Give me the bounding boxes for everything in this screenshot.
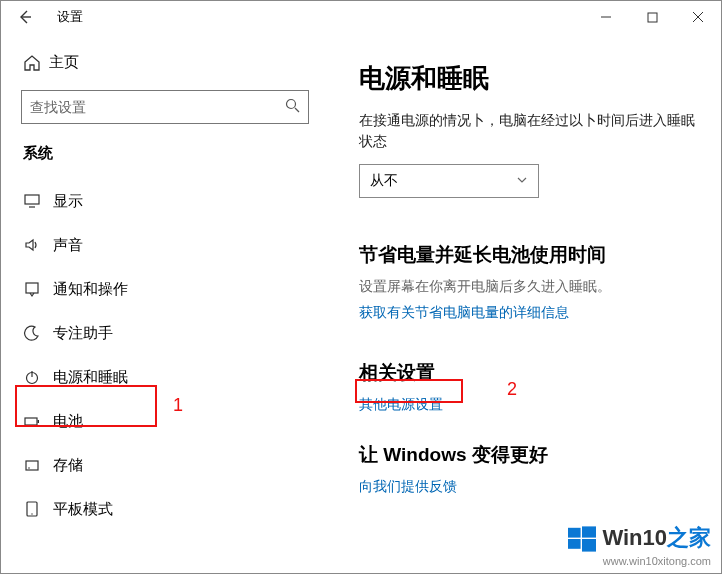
save-power-sub: 设置屏幕在你离开电脑后多久进入睡眠。 <box>359 278 697 296</box>
related-heading: 相关设置 <box>359 360 697 386</box>
sidebar-item-notifications[interactable]: 通知和操作 <box>21 267 331 311</box>
sidebar-item-storage[interactable]: 存储 <box>21 443 331 487</box>
sidebar-item-label: 显示 <box>53 192 83 211</box>
svg-rect-20 <box>582 539 596 552</box>
svg-rect-11 <box>25 418 37 425</box>
minimize-icon <box>600 11 612 23</box>
minimize-button[interactable] <box>583 1 629 33</box>
watermark: Win10之家 www.win10xitong.com <box>568 523 711 567</box>
close-icon <box>692 11 704 23</box>
sidebar-item-label: 声音 <box>53 236 83 255</box>
back-button[interactable] <box>11 3 39 31</box>
moon-icon <box>23 324 53 342</box>
sidebar-item-label: 平板模式 <box>53 500 113 519</box>
watermark-brand: Win10之家 <box>602 523 711 553</box>
sidebar-item-power[interactable]: 电源和睡眠 <box>21 355 331 399</box>
window-title: 设置 <box>57 8 83 26</box>
svg-rect-12 <box>38 420 40 423</box>
close-button[interactable] <box>675 1 721 33</box>
sidebar-home[interactable]: 主页 <box>21 43 331 90</box>
annotation-label-1: 1 <box>173 395 183 416</box>
sidebar-item-sound[interactable]: 声音 <box>21 223 331 267</box>
svg-rect-1 <box>648 13 657 22</box>
notification-icon <box>23 280 53 298</box>
svg-point-14 <box>28 467 30 469</box>
svg-line-5 <box>295 108 299 112</box>
windows-logo-icon <box>568 525 596 553</box>
sidebar: 主页 系统 显示 声音 通知和操作 专注助手 电源和睡眠 <box>1 33 331 573</box>
speaker-icon <box>23 236 53 254</box>
other-power-settings-link[interactable]: 其他电源设置 <box>359 396 443 414</box>
feedback-link[interactable]: 向我们提供反馈 <box>359 478 457 496</box>
monitor-icon <box>23 192 53 210</box>
dropdown-value: 从不 <box>370 172 398 190</box>
sidebar-item-focus[interactable]: 专注助手 <box>21 311 331 355</box>
sidebar-home-label: 主页 <box>49 53 79 72</box>
search-icon <box>285 98 300 116</box>
save-power-link[interactable]: 获取有关节省电脑电量的详细信息 <box>359 304 569 322</box>
search-input[interactable] <box>30 99 285 115</box>
svg-rect-17 <box>568 528 581 538</box>
sidebar-item-label: 电源和睡眠 <box>53 368 128 387</box>
battery-icon <box>23 412 53 430</box>
sidebar-item-tablet[interactable]: 平板模式 <box>21 487 331 531</box>
sidebar-item-label: 电池 <box>53 412 83 431</box>
svg-rect-13 <box>26 461 38 470</box>
storage-icon <box>23 456 53 474</box>
watermark-url: www.win10xitong.com <box>568 555 711 567</box>
maximize-icon <box>647 12 658 23</box>
sidebar-item-display[interactable]: 显示 <box>21 179 331 223</box>
arrow-left-icon <box>17 9 33 25</box>
sidebar-item-label: 通知和操作 <box>53 280 128 299</box>
sleep-description: 在接通电源的情况卜，电脑在经过以卜时间后进入睡眠状态 <box>359 110 697 152</box>
svg-rect-8 <box>26 283 38 293</box>
page-title: 电源和睡眠 <box>359 61 697 96</box>
sidebar-item-label: 专注助手 <box>53 324 113 343</box>
svg-rect-6 <box>25 195 39 204</box>
home-icon <box>23 54 49 72</box>
main-content: 电源和睡眠 在接通电源的情况卜，电脑在经过以卜时间后进入睡眠状态 从不 节省电量… <box>331 33 721 573</box>
power-icon <box>23 368 53 386</box>
sidebar-item-label: 存储 <box>53 456 83 475</box>
maximize-button[interactable] <box>629 1 675 33</box>
better-windows-heading: 让 Windows 变得更好 <box>359 442 697 468</box>
search-input-container[interactable] <box>21 90 309 124</box>
tablet-icon <box>23 500 53 518</box>
sidebar-group-header: 系统 <box>23 144 331 163</box>
save-power-heading: 节省电量并延长电池使用时间 <box>359 242 697 268</box>
svg-rect-18 <box>582 526 596 537</box>
svg-rect-19 <box>568 539 581 549</box>
annotation-label-2: 2 <box>507 379 517 400</box>
chevron-down-icon <box>516 174 528 189</box>
svg-point-16 <box>31 513 32 514</box>
sleep-dropdown[interactable]: 从不 <box>359 164 539 198</box>
svg-point-4 <box>287 100 296 109</box>
